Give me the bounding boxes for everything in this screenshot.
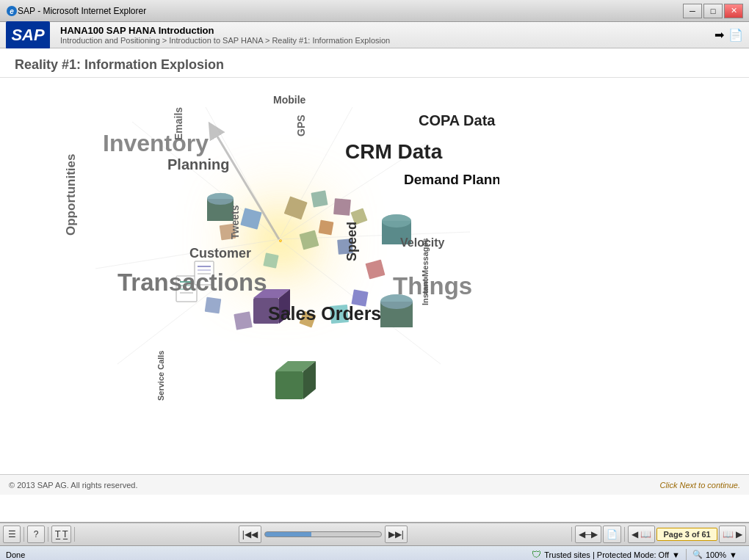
separator-4: [571, 527, 572, 542]
svg-rect-45: [366, 260, 386, 280]
dropdown-icon[interactable]: ▼: [672, 550, 680, 559]
shield-icon: 🛡: [532, 549, 541, 560]
svg-text:Opportunities: Opportunities: [64, 154, 78, 236]
svg-text:Demand Planning: Demand Planning: [404, 172, 499, 187]
ie-toolbar: SAP HANA100 SAP HANA Introduction Introd…: [0, 22, 749, 48]
next-page-button[interactable]: 📖 ▶: [719, 526, 746, 543]
svg-text:Inventory: Inventory: [103, 130, 209, 156]
svg-rect-38: [284, 196, 308, 219]
titlebar: e SAP - Microsoft Internet Explorer ─ □ …: [0, 0, 749, 22]
svg-text:GPS: GPS: [295, 114, 307, 137]
visualization: COPA Data CRM Data Demand Planning Inven…: [59, 85, 499, 437]
svg-rect-23: [275, 371, 303, 399]
breadcrumb: Introduction and Positioning > Introduct…: [60, 36, 390, 45]
svg-point-19: [382, 214, 411, 228]
separator-1: [23, 527, 24, 542]
zoom-dropdown-icon[interactable]: ▼: [729, 550, 737, 559]
zoom-icon: 🔍: [692, 550, 703, 559]
restore-button[interactable]: □: [703, 4, 723, 18]
svg-text:Sales Orders: Sales Orders: [268, 303, 381, 324]
svg-text:Things: Things: [393, 272, 472, 299]
page-badge: Page 3 of 61: [656, 528, 717, 541]
window-controls: ─ □ ✕: [683, 4, 743, 18]
nav-arrow-icon[interactable]: ➡: [714, 28, 724, 42]
svg-rect-50: [205, 297, 222, 314]
slide-area: COPA Data CRM Data Demand Planning Inven…: [0, 78, 749, 474]
svg-text:Service Calls: Service Calls: [156, 351, 165, 401]
course-info: HANA100 SAP HANA Introduction Introducti…: [60, 25, 390, 45]
captions-button[interactable]: 📄: [603, 526, 621, 543]
help-button[interactable]: ?: [27, 526, 45, 543]
svg-rect-44: [263, 252, 278, 268]
svg-text:e: e: [10, 7, 14, 15]
svg-text:Transactions: Transactions: [117, 269, 267, 296]
security-text: Trusted sites | Protected Mode: Off: [544, 550, 669, 559]
ie-icon: e: [6, 5, 18, 17]
svg-point-13: [207, 193, 234, 205]
audio-prev-button[interactable]: ◀─▶: [575, 526, 602, 543]
svg-text:Customer: Customer: [189, 246, 251, 261]
svg-text:CRM Data: CRM Data: [345, 140, 443, 163]
slide-title-text: Reality #1: Information Explosion: [15, 57, 224, 72]
svg-rect-36: [319, 220, 334, 236]
progress-slider[interactable]: [264, 531, 382, 537]
svg-line-4: [279, 107, 352, 239]
viz-svg: COPA Data CRM Data Demand Planning Inven…: [59, 85, 499, 437]
sap-logo: SAP: [6, 21, 50, 49]
prev-page-button[interactable]: ◀ 📖: [628, 526, 655, 543]
zoom-text: 100%: [706, 550, 726, 559]
menu-button[interactable]: ☰: [3, 526, 21, 543]
zoom-control[interactable]: 🔍 100% ▼: [687, 550, 743, 559]
svg-text:Planning: Planning: [167, 156, 229, 172]
course-title: HANA100 SAP HANA Introduction: [60, 25, 390, 36]
bottom-toolbar: ☰ ? T̲ T̲ |◀◀ ▶▶| ◀─▶ 📄 ◀ 📖 Page 3 of 61…: [0, 522, 749, 545]
svg-text:COPA Data: COPA Data: [419, 112, 496, 128]
minimize-button[interactable]: ─: [683, 4, 702, 18]
text-button[interactable]: T̲ T̲: [51, 526, 71, 543]
content-area: Reality #1: Information Explosion: [0, 48, 749, 522]
security-zone: 🛡 Trusted sites | Protected Mode: Off ▼: [526, 549, 687, 560]
svg-text:Tweets: Tweets: [229, 205, 241, 239]
window-title: SAP - Microsoft Internet Explorer: [18, 6, 683, 16]
statusbar: Done 🛡 Trusted sites | Protected Mode: O…: [0, 545, 749, 560]
separator-3: [74, 527, 75, 542]
svg-text:Instant Messages: Instant Messages: [421, 238, 430, 305]
svg-rect-40: [333, 198, 351, 216]
click-next-text: Click Next to continue.: [660, 481, 740, 490]
svg-text:Speed: Speed: [344, 222, 359, 261]
copyright-text: © 2013 SAP AG. All rights reserved.: [9, 481, 660, 490]
svg-rect-49: [234, 311, 252, 330]
separator-2: [48, 527, 48, 542]
status-text: Done: [6, 550, 526, 559]
separator-5: [624, 527, 625, 542]
svg-rect-35: [300, 230, 319, 250]
svg-line-9: [95, 239, 279, 269]
close-button[interactable]: ✕: [724, 4, 743, 18]
svg-text:Emails: Emails: [173, 107, 184, 140]
playback-controls: |◀◀ ▶▶|: [78, 526, 568, 543]
bookmark-icon[interactable]: 📄: [728, 28, 743, 42]
svg-text:Mobile: Mobile: [273, 94, 306, 106]
content-footer: © 2013 SAP AG. All rights reserved. Clic…: [0, 474, 749, 495]
next-button[interactable]: ▶▶|: [385, 526, 408, 543]
prev-button[interactable]: |◀◀: [239, 526, 261, 543]
slide-title: Reality #1: Information Explosion: [0, 48, 749, 78]
svg-rect-39: [311, 190, 328, 207]
